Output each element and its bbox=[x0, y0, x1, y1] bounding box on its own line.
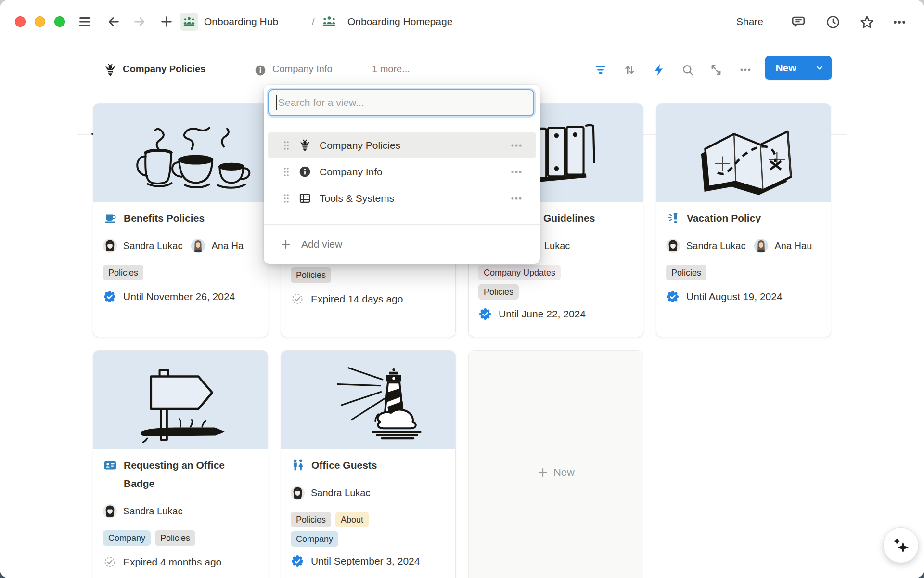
view-options-ellipsis-icon[interactable] bbox=[737, 63, 754, 77]
tab-company-info[interactable]: Company Info bbox=[272, 64, 333, 75]
expand-view-icon[interactable] bbox=[708, 63, 724, 77]
plus-icon bbox=[537, 467, 549, 478]
plus-icon bbox=[280, 238, 292, 250]
tag-policies: Policies bbox=[291, 267, 331, 283]
view-item-label: Company Info bbox=[320, 166, 509, 178]
card-tags: Policies About bbox=[291, 512, 446, 527]
tag-policies: Policies bbox=[666, 265, 706, 280]
card-tags: Policies bbox=[291, 267, 446, 283]
status-text: Expired 4 months ago bbox=[123, 556, 221, 568]
card-vacation-policy[interactable]: Vacation Policy Sandra Lukac Ana Hau Pol… bbox=[656, 103, 831, 337]
history-clock-icon[interactable] bbox=[824, 14, 842, 30]
more-options-icon[interactable] bbox=[889, 14, 910, 30]
bee-icon bbox=[103, 63, 117, 77]
view-item-label: Company Policies bbox=[320, 140, 509, 151]
card-title-row: Benefits Policies bbox=[103, 209, 258, 227]
new-button-chevron-down-icon[interactable] bbox=[807, 63, 832, 73]
card-people: Lukac bbox=[544, 235, 633, 256]
drag-handle-icon[interactable] bbox=[283, 140, 290, 151]
verified-badge-icon bbox=[103, 290, 116, 303]
tag-policies: Policies bbox=[478, 284, 519, 300]
tag-company: Company bbox=[291, 531, 338, 547]
card-tags: Policies bbox=[666, 265, 821, 280]
back-icon[interactable] bbox=[106, 15, 121, 28]
bee-icon bbox=[298, 139, 311, 152]
breadcrumb[interactable] bbox=[180, 13, 198, 31]
zoom-window-button[interactable] bbox=[54, 16, 65, 27]
card-office-guests[interactable]: Office Guests Sandra Lukac Policies Abou… bbox=[281, 350, 456, 578]
ai-sparkles-icon bbox=[891, 536, 911, 555]
drag-handle-icon[interactable] bbox=[283, 193, 290, 204]
drag-handle-icon[interactable] bbox=[283, 167, 290, 177]
titlebar: Onboarding Hub / Onboarding Homepage Sha… bbox=[0, 0, 924, 43]
card-status: Until September 3, 2024 bbox=[291, 554, 446, 568]
search-icon[interactable] bbox=[680, 63, 695, 77]
close-window-button[interactable] bbox=[15, 16, 26, 27]
view-item-tools-systems[interactable]: Tools & Systems bbox=[268, 185, 536, 211]
card-title-row: Requesting an Office Badge bbox=[103, 456, 258, 493]
card-status: Expired 14 days ago bbox=[291, 292, 446, 306]
share-button[interactable]: Share bbox=[736, 14, 763, 29]
person-name: Sandra Lukac bbox=[686, 240, 745, 251]
person-name: Sandra Lukac bbox=[311, 487, 370, 499]
sidebar-menu-icon[interactable] bbox=[77, 15, 92, 28]
tag-about: About bbox=[335, 512, 369, 527]
avatar-sandra bbox=[103, 504, 117, 518]
app-window: Onboarding Hub / Onboarding Homepage Sha… bbox=[0, 0, 924, 578]
card-title-row: Vacation Policy bbox=[666, 209, 821, 227]
forward-icon[interactable] bbox=[132, 15, 147, 28]
view-search-input[interactable]: Search for a view... bbox=[268, 89, 534, 116]
breadcrumb-page[interactable]: Onboarding Homepage bbox=[347, 14, 452, 29]
card-status: Until June 22, 2024 bbox=[478, 307, 633, 321]
comments-icon[interactable] bbox=[789, 14, 808, 30]
card-body: Vacation Policy Sandra Lukac Ana Hau Pol… bbox=[656, 209, 831, 312]
tab-company-policies[interactable]: Company Policies bbox=[123, 64, 205, 75]
avatar-ana bbox=[191, 239, 205, 253]
new-page-plus-icon[interactable] bbox=[159, 15, 174, 28]
card-tags: Policies bbox=[478, 284, 633, 300]
card-benefits-policies[interactable]: Benefits Policies Sandra Lukac Ana Ha Po… bbox=[93, 103, 268, 337]
view-item-menu-icon[interactable] bbox=[509, 191, 524, 206]
filter-icon[interactable] bbox=[593, 63, 608, 77]
card-people: Sandra Lukac bbox=[291, 482, 446, 503]
card-title: Guidelines bbox=[543, 209, 595, 227]
status-text: Until June 22, 2024 bbox=[499, 308, 586, 320]
status-text: Until November 26, 2024 bbox=[123, 291, 235, 302]
sort-icon[interactable] bbox=[622, 63, 637, 77]
card-body: Benefits Policies Sandra Lukac Ana Ha Po… bbox=[93, 209, 268, 312]
card-body: Office Guests Sandra Lukac Policies Abou… bbox=[281, 456, 455, 577]
view-item-company-policies[interactable]: Company Policies bbox=[268, 132, 536, 158]
card-title: Office Guests bbox=[311, 456, 377, 474]
favorite-star-icon[interactable] bbox=[858, 14, 876, 30]
status-text: Expired 14 days ago bbox=[311, 293, 403, 305]
breadcrumb-separator: / bbox=[312, 14, 315, 29]
tab-more-views[interactable]: 1 more... bbox=[372, 64, 410, 75]
view-item-company-info[interactable]: Company Info bbox=[268, 158, 536, 185]
tag-company-updates: Company Updates bbox=[478, 265, 561, 280]
alert-icon bbox=[666, 211, 680, 225]
signpost-cover-image bbox=[93, 351, 268, 449]
card-title: Requesting an Office Badge bbox=[124, 456, 258, 493]
card-title: Vacation Policy bbox=[687, 209, 761, 227]
ai-sparkles-button[interactable] bbox=[883, 527, 919, 563]
menu-divider bbox=[264, 224, 540, 225]
text-cursor bbox=[276, 95, 277, 110]
avatar-sandra bbox=[291, 486, 305, 500]
card-people: Sandra Lukac bbox=[103, 500, 258, 522]
minimize-window-button[interactable] bbox=[35, 16, 45, 27]
new-card-label: New bbox=[553, 466, 575, 479]
guests-icon bbox=[291, 458, 305, 473]
lightning-icon[interactable] bbox=[651, 62, 667, 78]
card-tags: Company bbox=[291, 531, 446, 547]
view-item-menu-icon[interactable] bbox=[509, 138, 524, 153]
new-button[interactable]: New bbox=[765, 56, 832, 80]
new-card-button[interactable]: New bbox=[468, 350, 643, 578]
person-name: Ana Hau bbox=[774, 240, 812, 251]
view-item-menu-icon[interactable] bbox=[509, 165, 524, 179]
info-icon bbox=[254, 64, 267, 77]
breadcrumb-hub[interactable]: Onboarding Hub bbox=[204, 14, 278, 29]
tag-policies: Policies bbox=[155, 530, 195, 546]
search-placeholder: Search for a view... bbox=[278, 97, 364, 108]
add-view-button[interactable]: Add view bbox=[268, 231, 536, 258]
card-requesting-office-badge[interactable]: Requesting an Office Badge Sandra Lukac … bbox=[93, 350, 268, 578]
